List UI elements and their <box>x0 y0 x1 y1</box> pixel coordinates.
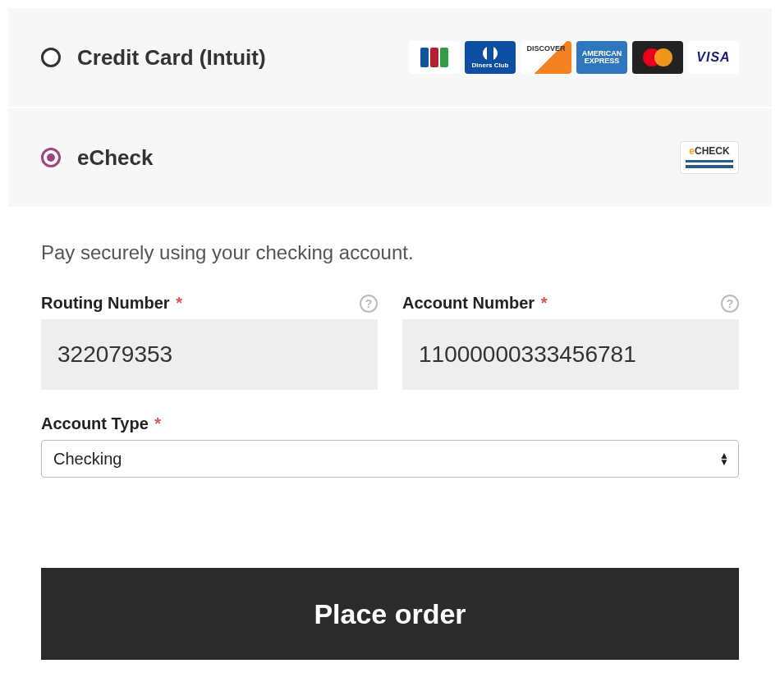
diners-club-icon: Diners Club <box>465 41 516 74</box>
payment-option-credit-card[interactable]: Credit Card (Intuit) Diners Club DISCOVE… <box>8 8 772 108</box>
help-icon[interactable]: ? <box>721 295 739 313</box>
routing-number-field: Routing Number * ? <box>41 294 378 390</box>
account-type-select[interactable]: Checking <box>41 440 739 478</box>
help-icon[interactable]: ? <box>360 295 378 313</box>
echeck-label: eCheck <box>77 145 154 171</box>
place-order-button[interactable]: Place order <box>41 568 739 660</box>
echeck-icon: eCHECK <box>680 141 739 174</box>
account-number-label: Account Number * <box>402 294 547 313</box>
account-type-field: Account Type * Checking ▲▼ <box>41 414 739 478</box>
form-description: Pay securely using your checking account… <box>41 241 739 264</box>
credit-card-label: Credit Card (Intuit) <box>77 45 266 71</box>
radio-echeck[interactable] <box>41 148 61 167</box>
visa-icon: VISA <box>688 41 739 74</box>
radio-credit-card[interactable] <box>41 48 61 67</box>
payment-methods-list: Credit Card (Intuit) Diners Club DISCOVE… <box>8 8 772 208</box>
jcb-icon <box>409 41 460 74</box>
payment-option-echeck[interactable]: eCheck eCHECK <box>8 108 772 208</box>
accepted-card-icons: Diners Club DISCOVER AMERICANEXPRESS VIS… <box>409 41 739 74</box>
routing-number-label: Routing Number * <box>41 294 182 313</box>
account-number-field: Account Number * ? <box>402 294 739 390</box>
discover-icon: DISCOVER <box>521 41 571 74</box>
mastercard-icon <box>632 41 683 74</box>
routing-number-input[interactable] <box>41 319 378 390</box>
echeck-form: Pay securely using your checking account… <box>0 217 780 519</box>
account-number-input[interactable] <box>402 319 739 390</box>
account-type-label: Account Type * <box>41 414 161 433</box>
american-express-icon: AMERICANEXPRESS <box>576 41 627 74</box>
